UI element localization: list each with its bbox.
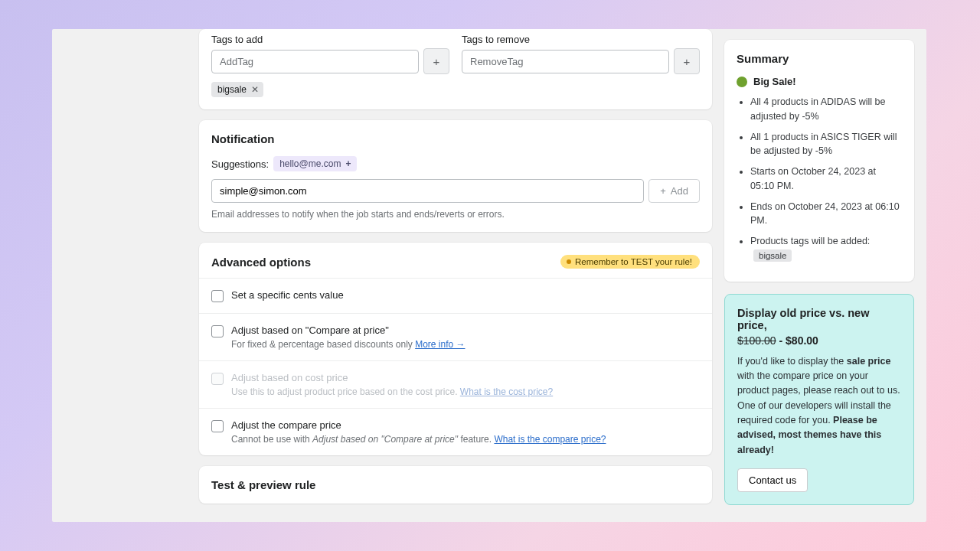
suggestion-chip[interactable]: hello@me.com + (273, 156, 357, 171)
test-reminder-badge: Remember to TEST your rule! (560, 255, 700, 269)
compare-price-link[interactable]: What is the compare price? (494, 434, 606, 445)
contact-us-button[interactable]: Contact us (737, 468, 808, 492)
summary-item: All 1 products in ASICS TIGER will be ad… (750, 130, 902, 159)
tags-remove-plus-button[interactable]: + (674, 48, 700, 74)
test-preview-title: Test & preview rule (211, 478, 700, 491)
option-subtitle: For fixed & percentage based discounts o… (231, 339, 415, 350)
advanced-options-card: Advanced options Remember to TEST your r… (199, 243, 712, 455)
promo-heading: Display old price vs. new price, (737, 307, 901, 331)
summary-tags-label: Products tags will be added: (750, 236, 870, 246)
option-cost-price: Adjust based on cost price Use this to a… (199, 360, 712, 408)
summary-item: Starts on October 24, 2023 at 05:10 PM. (750, 165, 902, 194)
summary-tag-chip: bigsale (753, 249, 792, 262)
checkbox[interactable] (211, 325, 224, 337)
option-subtitle: Use this to adjust product price based o… (231, 386, 460, 397)
option-title: Adjust based on cost price (231, 372, 700, 383)
suggestions-label: Suggestions: (211, 158, 269, 170)
add-button-label: Add (671, 185, 688, 197)
warning-dot-icon (567, 259, 571, 264)
notification-helper: Email addresses to notify when the job s… (211, 209, 700, 220)
notification-add-button[interactable]: + Add (648, 179, 700, 203)
advanced-title: Advanced options (211, 256, 311, 269)
summary-rule-name: Big Sale! (753, 76, 796, 87)
test-preview-card: Test & preview rule (199, 466, 712, 504)
option-adjust-compare[interactable]: Adjust the compare price Cannot be use w… (199, 408, 712, 455)
plus-icon: + (660, 185, 666, 197)
promo-card: Display old price vs. new price, $100.00… (724, 294, 914, 506)
summary-item: All 4 products in ADIDAS will be adjuste… (750, 95, 902, 124)
notification-email-input[interactable] (211, 179, 644, 203)
summary-item: Products tags will be added: bigsale (750, 234, 902, 263)
option-title: Adjust based on "Compare at price" (231, 324, 700, 336)
summary-title: Summary (737, 52, 902, 65)
tags-add-input[interactable] (211, 50, 419, 73)
tags-remove-label: Tags to remove (462, 34, 700, 45)
option-compare-at-price[interactable]: Adjust based on "Compare at price" For f… (199, 313, 712, 360)
tags-card: Tags to add + bigsale ✕ Tags to remove (199, 29, 712, 109)
tag-chip-label: bigsale (217, 84, 247, 95)
summary-card: Summary Big Sale! All 4 products in ADID… (724, 40, 914, 282)
tag-chip: bigsale ✕ (211, 82, 263, 97)
option-title: Adjust the compare price (231, 419, 700, 431)
notification-card: Notification Suggestions: hello@me.com +… (199, 120, 712, 232)
checkbox (211, 373, 224, 385)
promo-old-price: $100.00 (737, 334, 776, 347)
suggestion-email: hello@me.com (279, 158, 341, 169)
notification-title: Notification (211, 132, 700, 145)
tag-chip-remove[interactable]: ✕ (251, 84, 259, 95)
summary-item: Ends on October 24, 2023 at 06:10 PM. (750, 200, 902, 229)
promo-text: If you'd like to display the sale price … (737, 354, 901, 458)
option-title: Set a specific cents value (231, 289, 700, 301)
option-cents-value[interactable]: Set a specific cents value (199, 278, 712, 313)
status-active-icon (737, 77, 747, 87)
summary-list: All 4 products in ADIDAS will be adjuste… (737, 95, 902, 263)
tags-add-plus-button[interactable]: + (423, 48, 449, 74)
badge-text: Remember to TEST your rule! (575, 257, 692, 266)
promo-new-price: $80.00 (786, 334, 818, 347)
tags-remove-input[interactable] (462, 50, 669, 73)
checkbox[interactable] (211, 290, 224, 302)
plus-icon: + (345, 158, 351, 169)
checkbox[interactable] (211, 420, 224, 432)
more-info-link[interactable]: More info → (415, 339, 465, 350)
cost-price-link[interactable]: What is the cost price? (460, 386, 553, 397)
tags-add-label: Tags to add (211, 34, 449, 45)
